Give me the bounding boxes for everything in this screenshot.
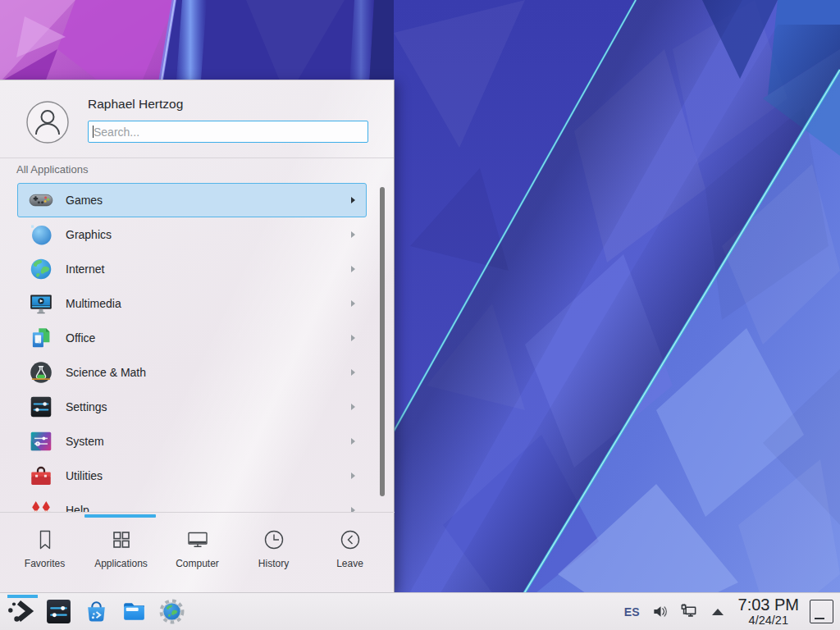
internet-icon <box>28 256 54 282</box>
menu-item-multimedia[interactable]: Multimedia <box>17 286 367 321</box>
menu-item-help[interactable]: Help <box>17 493 367 513</box>
menu-item-science-math[interactable]: Science & Math <box>17 355 367 390</box>
tab-history[interactable]: History <box>235 513 312 592</box>
submenu-arrow-icon <box>351 472 355 479</box>
show-desktop-icon <box>815 618 824 619</box>
submenu-arrow-icon <box>351 369 355 376</box>
menu-item-label: Internet <box>66 262 104 276</box>
network-icon <box>679 602 698 621</box>
menu-item-label: Science & Math <box>66 366 146 379</box>
system-settings-taskbar-button[interactable] <box>39 593 77 630</box>
tab-computer[interactable]: Computer <box>159 513 235 592</box>
system-settings-icon <box>45 598 72 625</box>
search-input[interactable] <box>88 121 368 143</box>
user-avatar[interactable] <box>26 101 69 144</box>
tab-leave[interactable]: Leave <box>312 513 388 592</box>
menu-item-label: Office <box>66 331 95 345</box>
menu-item-label: System <box>66 435 104 448</box>
kickoff-header: Raphael Hertzog <box>0 80 394 158</box>
submenu-arrow-icon <box>351 266 355 272</box>
menu-item-label: Graphics <box>66 228 112 241</box>
active-task-indicator <box>7 595 38 598</box>
kickoff-tab-bar: Favorites Applications <box>0 512 395 592</box>
menu-item-settings[interactable]: Settings <box>17 390 367 424</box>
konqueror-icon <box>158 598 185 625</box>
menu-item-internet[interactable]: Internet <box>17 252 367 286</box>
discover-icon <box>83 598 110 625</box>
clock[interactable]: 7:03 PM 4/24/21 <box>738 596 799 627</box>
applications-icon <box>109 527 134 552</box>
dolphin-taskbar-button[interactable] <box>115 593 153 630</box>
menu-item-office[interactable]: Office <box>17 321 367 355</box>
tab-favorites[interactable]: Favorites <box>7 513 83 592</box>
menu-item-label: Utilities <box>66 469 103 482</box>
utilities-icon <box>28 463 54 489</box>
clock-time: 7:03 PM <box>738 596 799 614</box>
keyboard-layout-indicator[interactable]: ES <box>617 605 647 619</box>
tab-label: History <box>258 558 289 569</box>
tab-label: Computer <box>176 558 219 569</box>
user-icon <box>26 101 69 144</box>
menu-item-graphics[interactable]: Graphics <box>17 217 367 252</box>
discover-taskbar-button[interactable] <box>77 593 115 630</box>
science-math-icon <box>28 359 54 386</box>
menu-item-games[interactable]: Games <box>17 183 367 217</box>
volume-button[interactable] <box>651 602 671 622</box>
system-icon <box>28 428 54 454</box>
graphics-icon <box>28 221 54 248</box>
submenu-arrow-icon <box>351 231 355 238</box>
office-icon <box>28 325 54 351</box>
konqueror-taskbar-button[interactable] <box>153 593 190 630</box>
menu-item-system[interactable]: System <box>17 424 367 459</box>
games-icon <box>28 187 54 213</box>
computer-icon <box>185 527 210 552</box>
dolphin-file-manager-icon <box>121 598 148 625</box>
submenu-arrow-icon <box>351 404 355 410</box>
tab-label: Applications <box>94 558 148 569</box>
expand-tray-icon[interactable] <box>712 609 724 615</box>
multimedia-icon <box>28 290 54 317</box>
show-desktop-button[interactable] <box>810 600 833 623</box>
menu-item-label: Multimedia <box>66 297 121 310</box>
tab-applications[interactable]: Applications <box>83 513 159 592</box>
menu-item-utilities[interactable]: Utilities <box>17 459 367 493</box>
user-name: Raphael Hertzog <box>88 97 183 112</box>
history-icon <box>262 527 286 552</box>
text-cursor <box>93 126 94 138</box>
submenu-arrow-icon <box>351 197 355 203</box>
favorites-icon <box>33 527 57 552</box>
menu-item-label: Games <box>66 194 103 207</box>
leave-icon <box>338 527 363 552</box>
tab-label: Favorites <box>25 558 65 569</box>
submenu-arrow-icon <box>351 438 355 445</box>
application-launcher-button[interactable] <box>0 593 39 630</box>
clock-date: 4/24/21 <box>749 614 788 627</box>
application-category-list: Games Graphics <box>0 183 395 513</box>
help-icon <box>28 497 54 513</box>
system-tray: ES 7:03 PM 4/24/21 <box>617 593 840 630</box>
section-label: All Applications <box>16 163 88 176</box>
network-button[interactable] <box>679 602 699 622</box>
application-launcher-icon <box>5 597 34 627</box>
taskbar: ES 7:03 PM 4/24/21 <box>0 592 840 630</box>
settings-icon <box>28 394 54 420</box>
volume-icon <box>651 602 670 621</box>
tab-label: Leave <box>336 558 363 569</box>
menu-item-label: Settings <box>66 400 107 413</box>
scrollbar[interactable] <box>380 187 385 496</box>
application-launcher-menu: Raphael Hertzog All Applications <box>0 80 395 592</box>
submenu-arrow-icon <box>351 300 355 307</box>
submenu-arrow-icon <box>351 335 355 341</box>
